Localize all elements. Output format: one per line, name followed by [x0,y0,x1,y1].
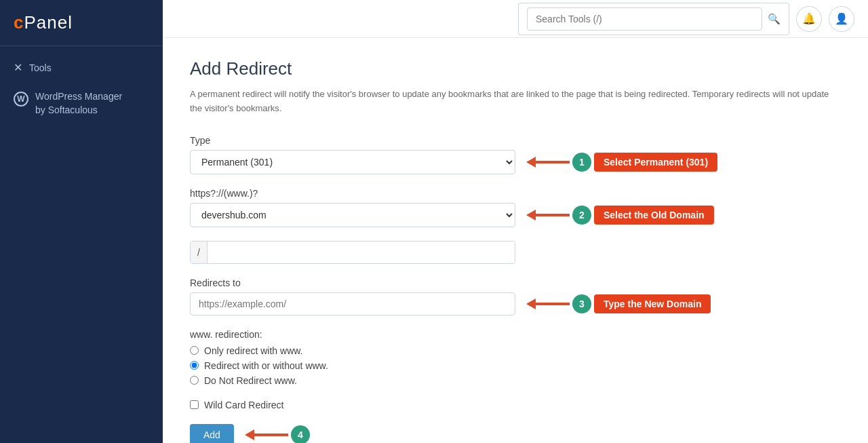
search-icon: 🔍 [768,13,781,25]
bell-icon: 🔔 [802,12,816,25]
header: 🔍 🔔 👤 [163,0,868,38]
www-section-label: www. redirection: [190,329,732,340]
arrow-2 [526,210,570,220]
arrowhead-3 [526,298,536,309]
wordpress-sublabel: by Softaculous [35,104,122,117]
path-slash: / [191,242,208,263]
arrowhead-4 [245,429,254,440]
type-label: Type [190,135,732,146]
radio-with-or-without-input[interactable] [190,361,199,370]
domain-label: https?://(www.)? [190,188,732,199]
cpanel-logo: cPanel [0,0,163,46]
wildcard-group: Wild Card Redirect [190,400,732,410]
notification-button[interactable]: 🔔 [796,6,822,32]
step-circle-4: 4 [291,425,310,443]
search-bar[interactable]: 🔍 [518,3,789,35]
radio-with-or-without-label: Redirect with or without www. [204,360,328,371]
arrow-shaft-4 [254,434,288,436]
user-icon: 👤 [835,12,848,25]
step-circle-2: 2 [572,206,591,225]
path-input[interactable] [208,242,515,263]
arrowhead-2 [526,210,536,220]
sidebar-item-tools[interactable]: ✕ Tools [0,53,163,82]
annotation-3: 3 Type the New Domain [526,294,711,313]
redirects-to-group: Redirects to 3 Type the New Domain [190,277,732,315]
arrow-shaft-3 [536,303,570,305]
radio-do-not[interactable]: Do Not Redirect www. [190,375,732,386]
www-group: www. redirection: Only redirect with www… [190,329,732,386]
search-input[interactable] [527,7,762,31]
type-row: Permanent (301) Temporary (302) 1 Select… [190,150,732,174]
radio-only-www-label: Only redirect with www. [204,345,302,356]
redirects-to-label: Redirects to [190,277,732,288]
page-description: A permanent redirect will notify the vis… [190,88,834,116]
radio-do-not-label: Do Not Redirect www. [204,375,297,386]
page-title: Add Redirect [190,58,841,79]
annotation-label-1: Select Permanent (301) [594,153,717,172]
redirects-to-input[interactable] [190,292,515,315]
wordpress-label: WordPress Manager [35,90,122,104]
domain-row: devershub.com 2 Select the Old Domain [190,203,732,227]
sidebar-item-tools-label: Tools [29,62,52,73]
arrowhead-1 [526,157,536,168]
sidebar-nav: ✕ Tools W WordPress Manager by Softaculo… [0,46,163,132]
type-select[interactable]: Permanent (301) Temporary (302) [190,150,515,174]
arrow-1 [526,157,570,168]
path-input-wrapper: / [190,241,515,264]
annotation-4: 4 [245,425,313,443]
annotation-2: 2 Select the Old Domain [526,206,714,225]
wildcard-label: Wild Card Redirect [204,400,283,410]
add-button[interactable]: Add [190,424,234,443]
step-circle-1: 1 [572,153,591,172]
domain-select[interactable]: devershub.com [190,203,515,227]
annotation-label-2: Select the Old Domain [594,206,714,225]
main-area: 🔍 🔔 👤 Add Redirect A permanent redirect … [163,0,868,443]
radio-only-www-input[interactable] [190,346,199,355]
radio-with-or-without[interactable]: Redirect with or without www. [190,360,732,371]
redirects-to-row: 3 Type the New Domain [190,292,732,315]
arrow-3 [526,298,570,309]
tools-icon: ✕ [14,61,22,74]
arrow-4 [245,429,288,440]
wordpress-icon: W [14,92,28,107]
user-button[interactable]: 👤 [829,6,854,32]
path-group: / [190,241,732,264]
annotation-label-3: Type the New Domain [594,294,711,313]
add-button-row: Add 4 [190,424,841,443]
arrow-shaft-1 [536,161,570,163]
step-circle-3: 3 [572,294,591,313]
sidebar-item-wordpress[interactable]: W WordPress Manager by Softaculous [0,82,163,125]
radio-do-not-input[interactable] [190,376,199,385]
wildcard-checkbox[interactable] [190,400,199,409]
arrow-shaft-2 [536,214,570,216]
wildcard-checkbox-item[interactable]: Wild Card Redirect [190,400,732,410]
sidebar: cPanel ✕ Tools W WordPress Manager by So… [0,0,163,443]
annotation-1: 1 Select Permanent (301) [526,153,717,172]
www-radio-group: Only redirect with www. Redirect with or… [190,345,732,386]
type-group: Type Permanent (301) Temporary (302) 1 S… [190,135,732,174]
content-area: Add Redirect A permanent redirect will n… [163,38,868,443]
domain-group: https?://(www.)? devershub.com 2 Select … [190,188,732,227]
radio-only-www[interactable]: Only redirect with www. [190,345,732,356]
